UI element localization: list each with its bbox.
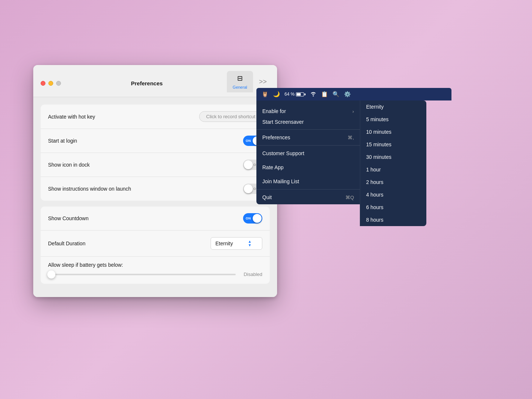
preferences-label: Preferences bbox=[262, 134, 290, 140]
submenu-item-4hr[interactable]: 4 hours bbox=[360, 188, 426, 201]
divider-3 bbox=[256, 189, 360, 190]
submenu-item-6hr[interactable]: 6 hours bbox=[360, 201, 426, 214]
show-icon-dock-row: Show icon in dock OFF bbox=[41, 153, 270, 177]
minimize-button[interactable] bbox=[48, 81, 53, 86]
duration-submenu: Eternity 5 minutes 10 minutes 15 minutes… bbox=[360, 100, 426, 226]
start-at-login-row: Start at login ON bbox=[41, 129, 270, 153]
enable-for-arrow: › bbox=[352, 109, 354, 114]
battery-slider-track[interactable] bbox=[48, 274, 236, 275]
toggle-knob bbox=[244, 160, 253, 169]
enable-for-label: Enable for bbox=[262, 108, 286, 114]
duration-select[interactable]: Eternity ▲▼ bbox=[211, 237, 262, 250]
battery-percent: 64 % bbox=[284, 92, 294, 97]
battery-slider-label: Allow sleep if battery gets below: bbox=[48, 262, 123, 268]
window-title: Preferences bbox=[67, 80, 227, 86]
control-center-icon[interactable]: ⚙️ bbox=[344, 91, 351, 98]
toggle-knob-3 bbox=[253, 214, 262, 223]
preferences-shortcut: ⌘, bbox=[348, 135, 354, 140]
select-arrows-icon: ▲▼ bbox=[248, 240, 252, 247]
clipboard-icon[interactable]: 📋 bbox=[321, 91, 328, 98]
battery-slider-thumb[interactable] bbox=[47, 270, 55, 279]
owl-icon[interactable]: 🦉 bbox=[262, 91, 269, 98]
join-mailing-list-item[interactable]: Join Mailing List bbox=[256, 174, 360, 188]
enable-for-group: Enable for › Start Screensaver bbox=[256, 100, 360, 129]
rate-app-label: Rate App bbox=[262, 164, 284, 170]
wifi-icon[interactable] bbox=[310, 91, 317, 98]
duration-value: Eternity bbox=[215, 241, 233, 246]
traffic-lights bbox=[41, 81, 61, 86]
battery-display: 64 % bbox=[284, 92, 306, 97]
submenu-item-10min[interactable]: 10 minutes bbox=[360, 126, 426, 138]
rate-app-item[interactable]: Rate App bbox=[256, 160, 360, 174]
search-icon[interactable]: 🔍 bbox=[332, 91, 340, 98]
more-tabs-button[interactable]: >> bbox=[256, 76, 270, 87]
start-at-login-label: Start at login bbox=[48, 138, 77, 144]
toggle-on-label: ON bbox=[246, 139, 251, 143]
maximize-button[interactable] bbox=[56, 81, 61, 86]
submenu-item-1hr[interactable]: 1 hour bbox=[360, 163, 426, 176]
default-duration-row: Default Duration Eternity ▲▼ bbox=[41, 231, 270, 257]
menu-wrapper: 🦉 🌙 64 % 📋 🔍 ⚙️ bbox=[256, 88, 451, 204]
general-icon: ⊟ bbox=[235, 73, 245, 83]
start-screensaver-label: Start Screensaver bbox=[256, 118, 360, 129]
battery-icon bbox=[296, 92, 306, 96]
show-instructions-row: Show instructions window on launch OFF bbox=[41, 177, 270, 201]
menu-bar: 🦉 🌙 64 % 📋 🔍 ⚙️ bbox=[256, 88, 451, 100]
hotkey-row: Activate with hot key Click to record sh… bbox=[41, 105, 270, 129]
join-mailing-list-label: Join Mailing List bbox=[262, 178, 299, 184]
quit-shortcut: ⌘Q bbox=[345, 195, 354, 200]
close-button[interactable] bbox=[41, 81, 45, 86]
preferences-item[interactable]: Preferences ⌘, bbox=[256, 130, 360, 144]
general-tab[interactable]: ⊟ General bbox=[227, 71, 253, 92]
shortcut-button[interactable]: Click to record shortcut bbox=[199, 111, 262, 122]
default-duration-label: Default Duration bbox=[48, 241, 85, 246]
battery-slider-value: Disabled bbox=[240, 272, 262, 277]
quit-item[interactable]: Quit ⌘Q bbox=[256, 190, 360, 204]
quit-label: Quit bbox=[262, 194, 272, 200]
submenu-item-30min[interactable]: 30 minutes bbox=[360, 151, 426, 163]
submenu-item-eternity[interactable]: Eternity bbox=[360, 100, 426, 113]
show-countdown-row: Show Countdown ON bbox=[41, 207, 270, 231]
toggle-knob-2 bbox=[244, 184, 253, 193]
show-countdown-label: Show Countdown bbox=[48, 215, 89, 221]
battery-slider-section: Allow sleep if battery gets below: Disab… bbox=[41, 257, 270, 284]
customer-support-label: Customer Support bbox=[262, 150, 304, 156]
enable-for-item[interactable]: Enable for › bbox=[256, 104, 360, 118]
submenu-item-15min[interactable]: 15 minutes bbox=[360, 138, 426, 151]
submenu-item-5min[interactable]: 5 minutes bbox=[360, 113, 426, 126]
settings-group-2: Show Countdown ON Default Duration Eter bbox=[41, 207, 270, 284]
show-icon-dock-label: Show icon in dock bbox=[48, 162, 90, 168]
moon-icon[interactable]: 🌙 bbox=[273, 91, 280, 98]
show-countdown-toggle[interactable]: ON bbox=[243, 213, 262, 224]
settings-group-1: Activate with hot key Click to record sh… bbox=[41, 105, 270, 201]
submenu-item-2hr[interactable]: 2 hours bbox=[360, 176, 426, 188]
show-instructions-label: Show instructions window on launch bbox=[48, 186, 131, 192]
customer-support-item[interactable]: Customer Support bbox=[256, 146, 360, 160]
hotkey-label: Activate with hot key bbox=[48, 114, 95, 120]
divider-2 bbox=[256, 145, 360, 146]
toggle-on-label-3: ON bbox=[246, 216, 251, 220]
general-tab-label: General bbox=[233, 85, 247, 89]
main-dropdown-menu: Enable for › Start Screensaver Preferenc… bbox=[256, 100, 360, 204]
divider-1 bbox=[256, 129, 360, 130]
submenu-item-8hr[interactable]: 8 hours bbox=[360, 214, 426, 226]
